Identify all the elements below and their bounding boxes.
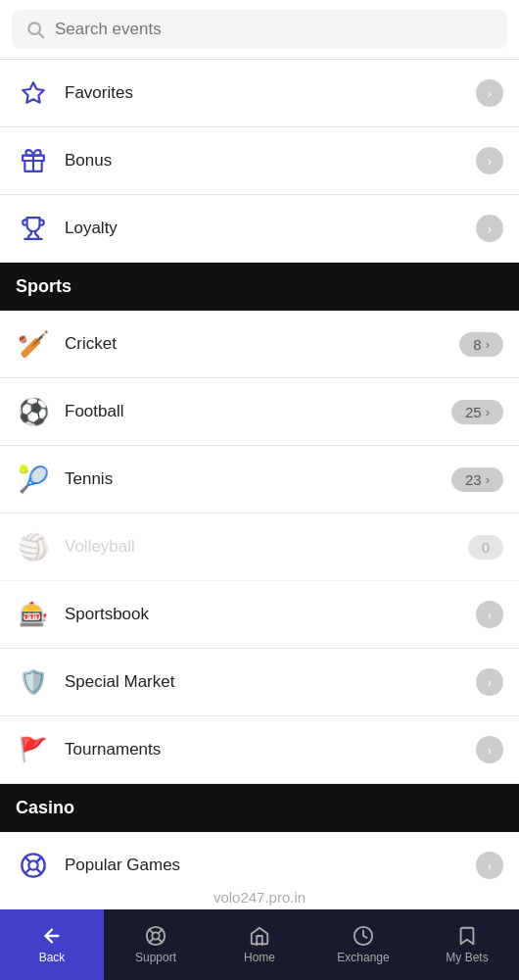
svg-line-11 — [159, 939, 163, 943]
menu-item-favorites[interactable]: Favorites › — [0, 60, 519, 127]
home-icon — [249, 925, 270, 947]
loyalty-chevron: › — [476, 215, 503, 242]
football-label: Football — [65, 402, 451, 421]
casino-section-header: Casino — [0, 784, 519, 832]
exchange-icon — [353, 925, 374, 947]
menu-item-cricket[interactable]: 🏏 Cricket 8 › — [0, 311, 519, 378]
menu-list: Favorites › Bonus › — [0, 60, 519, 891]
favorites-label: Favorites — [65, 83, 476, 103]
search-bar — [0, 0, 519, 60]
special-market-icon: 🛡️ — [16, 664, 51, 700]
tennis-icon: 🎾 — [16, 462, 51, 497]
cricket-icon: 🏏 — [16, 326, 51, 362]
menu-item-popular-games[interactable]: Popular Games › — [0, 832, 519, 891]
svg-line-13 — [150, 939, 154, 943]
bonus-label: Bonus — [65, 151, 476, 171]
bottom-nav: Back Support Home Exchange My Bets — [0, 909, 519, 980]
gift-icon — [16, 143, 51, 178]
popular-games-label: Popular Games — [65, 856, 476, 875]
volleyball-label: Volleyball — [65, 537, 468, 557]
football-badge: 25 › — [451, 400, 503, 424]
menu-item-loyalty[interactable]: Loyalty › — [0, 195, 519, 263]
bets-icon — [456, 925, 478, 947]
star-icon — [16, 75, 51, 111]
special-market-chevron: › — [476, 668, 503, 696]
nav-back[interactable]: Back — [0, 909, 104, 980]
sportsbook-chevron: › — [476, 601, 503, 628]
nav-back-label: Back — [39, 951, 66, 964]
volleyball-badge: 0 — [468, 535, 503, 560]
football-icon: ⚽ — [16, 394, 51, 429]
loyalty-label: Loyalty — [65, 219, 476, 238]
menu-item-sportsbook[interactable]: 🎰 Sportsbook › — [0, 581, 519, 649]
nav-my-bets-label: My Bets — [446, 951, 488, 964]
popular-games-icon — [16, 848, 51, 883]
svg-line-12 — [159, 930, 163, 934]
menu-item-volleyball[interactable]: 🏐 Volleyball 0 — [0, 514, 519, 581]
flag-icon: 🚩 — [16, 732, 51, 767]
bonus-chevron: › — [476, 147, 503, 174]
menu-item-football[interactable]: ⚽ Football 25 › — [0, 378, 519, 446]
nav-exchange[interactable]: Exchange — [311, 909, 415, 980]
sports-section-header: Sports — [0, 263, 519, 311]
favorites-chevron: › — [476, 79, 503, 107]
cricket-badge: 8 › — [459, 332, 503, 357]
nav-home-label: Home — [244, 951, 275, 964]
nav-support[interactable]: Support — [104, 909, 208, 980]
svg-line-1 — [39, 33, 44, 38]
cricket-label: Cricket — [65, 334, 459, 354]
nav-home[interactable]: Home — [208, 909, 311, 980]
menu-item-tennis[interactable]: 🎾 Tennis 23 › — [0, 446, 519, 514]
volleyball-icon: 🏐 — [16, 529, 51, 564]
tournaments-chevron: › — [476, 736, 503, 763]
support-icon — [145, 925, 166, 947]
svg-line-10 — [150, 930, 154, 934]
sportsbook-label: Sportsbook — [65, 605, 476, 624]
back-icon — [41, 925, 63, 947]
menu-item-special-market[interactable]: 🛡️ Special Market › — [0, 649, 519, 716]
nav-exchange-label: Exchange — [337, 951, 389, 964]
tennis-label: Tennis — [65, 469, 451, 489]
sportsbook-icon: 🎰 — [16, 597, 51, 632]
menu-item-tournaments[interactable]: 🚩 Tournaments › — [0, 716, 519, 784]
nav-my-bets[interactable]: My Bets — [415, 909, 519, 980]
search-icon — [25, 20, 45, 39]
search-input[interactable] — [55, 20, 494, 39]
special-market-label: Special Market — [65, 672, 476, 692]
trophy-icon — [16, 211, 51, 246]
svg-marker-2 — [23, 82, 44, 103]
nav-support-label: Support — [135, 951, 176, 964]
popular-games-chevron: › — [476, 852, 503, 879]
tournaments-label: Tournaments — [65, 740, 476, 760]
menu-item-bonus[interactable]: Bonus › — [0, 127, 519, 195]
watermark: volo247.pro.in — [213, 889, 306, 906]
tennis-badge: 23 › — [451, 467, 503, 492]
